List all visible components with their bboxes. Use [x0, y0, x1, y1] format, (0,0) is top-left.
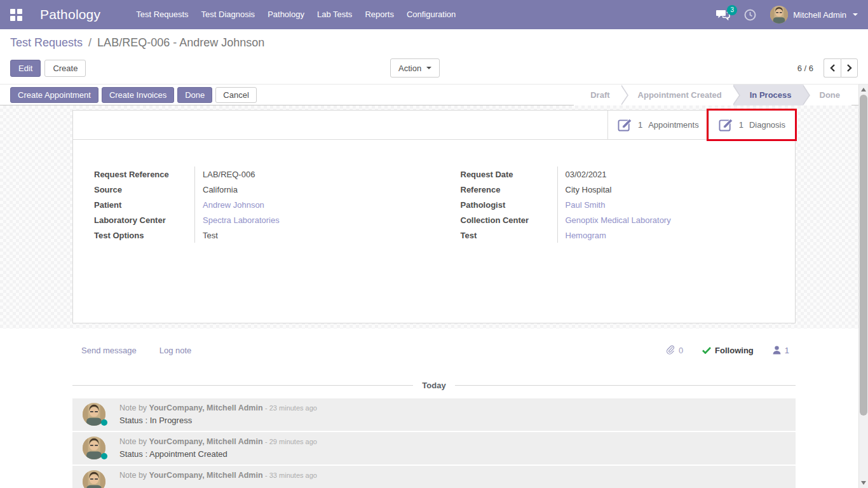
edit-note-icon	[618, 118, 632, 132]
message-author[interactable]: YourCompany, Mitchell Admin	[149, 403, 263, 412]
vertical-scrollbar[interactable]	[858, 85, 868, 488]
chevron-down-icon	[853, 13, 858, 16]
field-label: Test Options	[94, 231, 194, 240]
attachments-button[interactable]: 0	[667, 345, 683, 355]
message-avatar	[83, 470, 105, 488]
field-value-link[interactable]: Hemogram	[557, 227, 776, 243]
date-divider-label: Today	[413, 381, 454, 390]
message-timestamp: - 33 minutes ago	[265, 471, 317, 479]
field-label: Patient	[94, 200, 194, 210]
done-button[interactable]: Done	[177, 87, 212, 103]
messages-icon[interactable]: 3	[716, 10, 730, 20]
pager-next-button[interactable]	[841, 58, 858, 78]
menu-test-diagnosis[interactable]: Test Diagnosis	[195, 0, 262, 29]
action-label: Action	[398, 64, 421, 73]
status-step-appointment-created[interactable]: Appointment Created	[621, 85, 733, 105]
field-value-link[interactable]: Spectra Laboratories	[194, 212, 435, 227]
menu-lab-tests[interactable]: Lab Tests	[311, 0, 358, 29]
chevron-down-icon	[426, 67, 431, 69]
breadcrumb-separator: /	[86, 36, 94, 49]
pager-previous-button[interactable]	[824, 58, 841, 78]
create-appointment-button[interactable]: Create Appointment	[10, 87, 98, 103]
message-text: Status : In Progress	[119, 416, 317, 425]
smart-button-box: 1 Appointments 1 Diagnosis	[73, 111, 795, 140]
user-avatar	[770, 6, 788, 24]
scrollbar-thumb[interactable]	[860, 95, 867, 416]
paperclip-icon	[667, 345, 675, 355]
edit-button[interactable]: Edit	[10, 60, 41, 77]
field-test-options: Test Options Test	[94, 227, 435, 243]
messages-badge: 3	[727, 5, 737, 15]
field-source: Source California	[94, 182, 435, 197]
user-menu[interactable]: Mitchell Admin	[770, 6, 858, 24]
field-label: Laboratory Center	[94, 215, 194, 225]
status-step-done[interactable]: Done	[803, 85, 852, 105]
field-laboratory-center: Laboratory Center Spectra Laboratories	[94, 212, 435, 227]
field-request-reference: Request Reference LAB/REQ-006	[94, 166, 435, 182]
appointments-smart-button[interactable]: 1 Appointments	[607, 111, 709, 139]
field-label: Pathologist	[461, 200, 557, 210]
message-list: Note by YourCompany, Mitchell Admin - 23…	[72, 398, 796, 488]
message-author[interactable]: YourCompany, Mitchell Admin	[149, 471, 263, 480]
field-label: Collection Center	[461, 215, 557, 225]
log-note-button[interactable]: Log note	[159, 346, 192, 355]
field-value-link[interactable]: Genoptix Medical Laboratory	[557, 212, 776, 227]
field-value: City Hospital	[557, 182, 776, 197]
date-divider: Today	[72, 381, 796, 390]
scroll-up-arrow-icon[interactable]	[861, 88, 866, 92]
follower-count: 1	[785, 346, 789, 355]
send-message-button[interactable]: Send message	[81, 346, 137, 355]
appointments-count: 1	[638, 120, 642, 130]
create-invoices-button[interactable]: Create Invoices	[102, 87, 174, 103]
create-button[interactable]: Create	[44, 60, 86, 77]
activities-clock-icon[interactable]	[744, 9, 756, 21]
form-view-background: 1 Appointments 1 Diagnosis Request Refer…	[0, 105, 868, 329]
edit-note-icon	[719, 118, 733, 132]
field-label: Request Date	[461, 170, 557, 179]
app-brand[interactable]: Pathology	[40, 7, 100, 22]
control-panel: Test Requests / LAB/REQ-006 - Andrew Joh…	[0, 29, 868, 84]
menu-test-requests[interactable]: Test Requests	[130, 0, 194, 29]
check-icon	[702, 347, 711, 354]
menu-pathology[interactable]: Pathology	[261, 0, 311, 29]
field-label: Source	[94, 185, 194, 194]
user-name: Mitchell Admin	[793, 10, 846, 20]
field-patient: Patient Andrew Johnson	[94, 197, 435, 212]
note-prefix: Note by	[119, 471, 147, 480]
breadcrumb-current: LAB/REQ-006 - Andrew Johnson	[97, 36, 264, 49]
field-value-link[interactable]: Paul Smith	[557, 197, 776, 212]
menu-reports[interactable]: Reports	[358, 0, 400, 29]
following-button[interactable]: Following	[702, 346, 754, 355]
field-value: LAB/REQ-006	[194, 166, 435, 182]
message-timestamp: - 29 minutes ago	[265, 438, 317, 445]
scroll-down-arrow-icon[interactable]	[861, 481, 866, 485]
message-row: Note by YourCompany, Mitchell Admin - 33…	[72, 466, 796, 488]
form-sheet: 1 Appointments 1 Diagnosis Request Refer…	[72, 110, 796, 323]
action-dropdown[interactable]: Action	[390, 58, 440, 78]
status-step-in-process[interactable]: In Process	[733, 85, 803, 105]
field-value-link[interactable]: Andrew Johnson	[194, 197, 435, 212]
statusbar: Create Appointment Create Invoices Done …	[0, 84, 868, 105]
apps-menu-icon[interactable]	[10, 9, 22, 21]
pager: 6 / 6	[797, 58, 858, 78]
field-label: Reference	[461, 185, 557, 194]
diagnosis-smart-button[interactable]: 1 Diagnosis	[709, 111, 795, 139]
field-reference: Reference City Hospital	[461, 182, 776, 197]
menu-configuration[interactable]: Configuration	[400, 0, 462, 29]
field-collection-center: Collection Center Genoptix Medical Labor…	[461, 212, 776, 227]
followers-button[interactable]: 1	[773, 346, 789, 355]
field-value: California	[194, 182, 435, 197]
form-group-right: Request Date 03/02/2021 Reference City H…	[435, 166, 776, 243]
status-step-draft[interactable]: Draft	[574, 85, 621, 105]
nav-menu: Test Requests Test Diagnosis Pathology L…	[130, 0, 462, 29]
message-row: Note by YourCompany, Mitchell Admin - 29…	[72, 432, 796, 464]
pager-count: 6 / 6	[797, 64, 813, 73]
online-status-dot	[101, 453, 107, 459]
chatter-toolbar: Send message Log note 0 Following	[72, 329, 796, 355]
cancel-button[interactable]: Cancel	[215, 87, 256, 103]
message-author[interactable]: YourCompany, Mitchell Admin	[149, 437, 263, 446]
note-prefix: Note by	[119, 403, 147, 412]
message-row: Note by YourCompany, Mitchell Admin - 23…	[72, 398, 796, 431]
breadcrumb-parent[interactable]: Test Requests	[10, 36, 83, 49]
attachment-count: 0	[679, 346, 683, 355]
